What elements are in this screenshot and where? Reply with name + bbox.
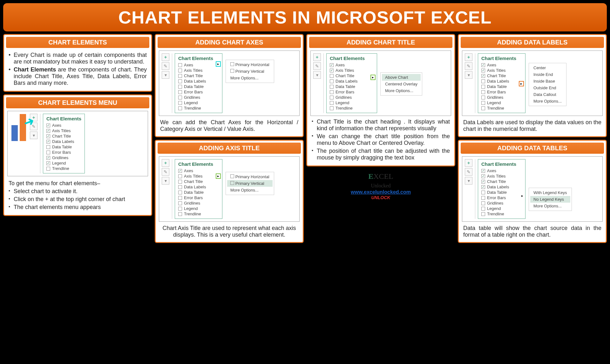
checkbox-icon: [481, 85, 485, 89]
brush-icon: ✎: [162, 168, 169, 176]
chart-element-item: Data Table: [178, 190, 219, 195]
checkbox-icon: [178, 201, 182, 205]
chart-element-item: Chart Title: [178, 73, 219, 78]
checkbox-icon: [481, 201, 485, 205]
chart-element-item: Chart Title: [481, 73, 522, 78]
submenu-item: More Options...: [530, 98, 565, 104]
expand-arrow-icon: ▸: [216, 173, 221, 179]
checkbox-icon: [481, 96, 485, 99]
submenu-item: Centered Overlay: [382, 81, 421, 87]
checkbox-icon: [330, 79, 334, 83]
chart-element-item: Trendline: [330, 105, 374, 111]
brush-icon: ✎: [162, 62, 169, 70]
checkbox-icon: [178, 185, 182, 189]
chart-elements-panel: Chart Elements AxesAxis TitlesChart Titl…: [43, 114, 85, 173]
expand-arrow-icon: ▸: [519, 81, 524, 86]
chart-element-item: Legend: [481, 206, 522, 211]
chart-element-item: Gridlines: [178, 95, 219, 100]
chart-element-item: Trendline: [178, 211, 219, 217]
footer-link[interactable]: www.excelunlocked.com: [351, 189, 411, 195]
checkbox-icon: [178, 180, 182, 184]
chart-element-item: Trendline: [481, 211, 522, 217]
checkbox-icon: [178, 85, 182, 89]
bullet: Chart Elements are the components of cha…: [9, 66, 147, 86]
checkbox-icon: [481, 207, 485, 211]
checkbox-icon: [481, 191, 485, 194]
card-title: CHART ELEMENTS MENU: [6, 97, 149, 108]
chart-element-item: Trendline: [481, 105, 522, 111]
checkbox-icon: [178, 106, 182, 110]
mockup-menu: ➜ + ✎ ▾ Chart Elements AxesAxis TitlesCh…: [7, 111, 148, 176]
bullet: Select chart to activate it.: [9, 188, 147, 195]
checkbox-icon: [178, 79, 182, 83]
checkbox-icon: [46, 140, 50, 144]
chart-element-item: Gridlines: [330, 95, 374, 100]
panel-title: Chart Elements: [330, 56, 374, 61]
footer-tagline: UNLOCK: [309, 195, 452, 200]
chart-elements-panel: Chart Elements AxesAxis TitlesChart Titl…: [478, 159, 525, 219]
mockup-chart-title: + ✎ ▾ Chart Elements AxesAxis TitlesChar…: [310, 51, 451, 116]
chart-element-item: Chart Title: [178, 179, 219, 184]
checkbox-icon: [178, 90, 182, 94]
card-title: ADDING CHART TITLE: [309, 37, 452, 48]
panel-title: Chart Elements: [178, 161, 219, 167]
submenu-item: Center: [530, 64, 565, 71]
submenu-item: More Options...: [530, 203, 570, 209]
caption: We can add the Chart Axes for the Horizo…: [158, 117, 301, 134]
filter-icon: ▾: [162, 177, 169, 185]
chart-elements-panel: Chart Elements AxesAxis TitlesChart Titl…: [326, 53, 377, 113]
card-title: ADDING AXIS TITLE: [158, 143, 301, 154]
submenu-item: More Options...: [227, 75, 273, 81]
chart-element-item: Axes: [178, 62, 219, 68]
checkbox-icon: [330, 85, 334, 89]
checkbox-icon: [46, 124, 50, 127]
chart-element-item: Chart Title: [46, 133, 81, 139]
data-labels-submenu: Center Inside End Inside Base Outside En…: [529, 63, 566, 106]
chart-element-item: Axis Titles: [330, 68, 374, 73]
chart-element-item: Data Table: [178, 84, 219, 89]
checkbox-icon: [481, 196, 485, 200]
card-title: ADDING CHART AXES: [158, 37, 301, 48]
checkbox-icon: [481, 101, 485, 105]
chart-element-item: Gridlines: [481, 95, 522, 100]
panel-title: Chart Elements: [46, 116, 81, 121]
checkbox-icon: [481, 79, 485, 83]
card-chart-elements-menu: CHART ELEMENTS MENU ➜ + ✎ ▾ Chart Elemen…: [3, 94, 152, 216]
checkbox-icon: [178, 101, 182, 105]
chart-element-item: Axes: [330, 62, 374, 68]
checkbox-icon: [178, 174, 182, 178]
checkbox-icon: [330, 69, 334, 72]
submenu-item: Primary Horizontal: [235, 174, 269, 179]
filter-icon: ▾: [313, 71, 321, 79]
chart-element-item: Axis Titles: [178, 173, 219, 179]
checkbox-icon: [330, 63, 334, 67]
checkbox-icon: [178, 207, 182, 211]
checkbox-icon: [481, 69, 485, 72]
card-title: ADDING DATA TABLES: [461, 143, 604, 154]
chart-element-item: Legend: [330, 100, 374, 105]
checkbox-icon: [481, 90, 485, 94]
checkbox-icon: [481, 74, 485, 78]
checkbox-icon: [178, 96, 182, 99]
chart-element-item: Error Bars: [46, 150, 81, 155]
plus-icon: +: [465, 159, 472, 167]
chart-title-submenu: Above Chart Centered Overlay More Option…: [380, 72, 422, 96]
checkbox-icon: [178, 69, 182, 72]
bullet: We can change the chart title position f…: [312, 133, 450, 146]
plus-icon: +: [162, 53, 169, 61]
chart-elements-panel: Chart Elements AxesAxis TitlesChart Titl…: [478, 53, 525, 113]
filter-icon: ▾: [162, 71, 169, 79]
panel-title: Chart Elements: [178, 56, 219, 61]
checkbox-icon: [46, 151, 50, 154]
chart-element-item: Data Labels: [481, 184, 522, 190]
card-title: ADDING DATA LABELS: [461, 37, 604, 48]
chart-elements-panel: Chart Elements AxesAxis TitlesChart Titl…: [175, 159, 222, 219]
card-adding-data-labels: ADDING DATA LABELS + ✎ ▾ Chart Elements …: [458, 34, 607, 137]
bullet: Click on the + at the top right corner o…: [9, 196, 147, 203]
expand-arrow-icon: ▸: [521, 194, 523, 198]
chart-element-item: Legend: [178, 100, 219, 105]
checkbox-icon: [46, 167, 50, 171]
chart-element-item: Data Labels: [178, 78, 219, 84]
checkbox-icon: [46, 161, 50, 165]
checkbox-icon: [481, 212, 485, 216]
